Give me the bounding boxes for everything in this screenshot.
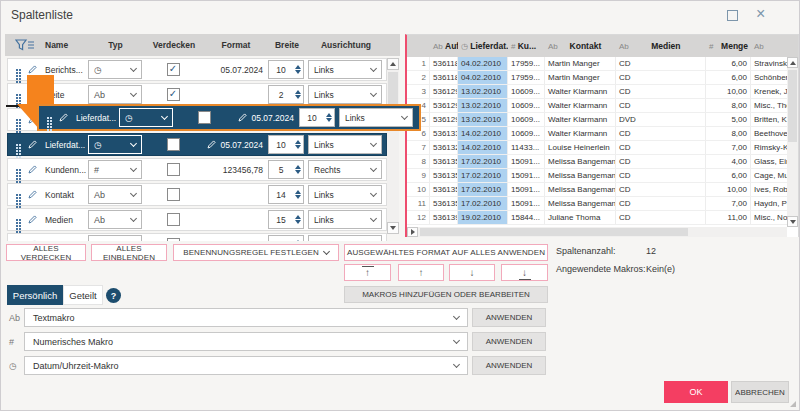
breite-spinner[interactable]: 10 <box>268 135 304 154</box>
resize-grip[interactable] <box>790 401 796 407</box>
ok-button[interactable]: OK <box>664 381 728 403</box>
column-row-partial[interactable] <box>7 233 387 241</box>
header-menge[interactable]: #Menge <box>706 35 751 57</box>
header-auftrag[interactable]: Ab Auf... <box>430 35 458 57</box>
preview-data-row[interactable]: 6 536133 14.02.2010 10609... Walter Klar… <box>407 127 798 141</box>
maximize-icon[interactable] <box>727 10 738 21</box>
tab-geteilt[interactable]: Geteilt <box>63 285 103 305</box>
drag-handle-icon[interactable] <box>16 219 18 221</box>
header-ausrichtung[interactable]: Ausrichtung <box>307 40 385 50</box>
scroll-up-icon[interactable] <box>387 58 399 70</box>
spin-down-icon[interactable] <box>295 170 301 177</box>
drag-handle-icon[interactable] <box>16 69 18 71</box>
drag-handle-icon[interactable] <box>47 117 49 119</box>
edit-name-icon[interactable] <box>27 164 38 175</box>
ausrichtung-dropdown[interactable] <box>308 235 382 241</box>
scrollbar-thumb[interactable] <box>788 70 797 142</box>
scroll-right-icon[interactable] <box>407 227 418 237</box>
left-table-scrollbar[interactable] <box>387 58 399 234</box>
preview-data-row[interactable]: 12 536139 19.02.2010 15844... Juliane Th… <box>407 211 798 225</box>
scroll-down-icon[interactable] <box>387 222 399 234</box>
abbrechen-button[interactable]: ABBRECHEN <box>731 381 789 403</box>
scrollbar-thumb[interactable] <box>420 228 688 236</box>
tab-persoenlich[interactable]: Persönlich <box>7 285 63 305</box>
spin-down-icon[interactable] <box>295 70 301 77</box>
anwenden-text-button[interactable]: ANWENDEN <box>472 308 546 327</box>
spin-down-icon[interactable] <box>295 95 301 102</box>
spin-up-icon[interactable] <box>295 87 301 94</box>
header-extra[interactable]: Ab <box>751 35 788 57</box>
type-dropdown[interactable]: Ab <box>88 185 142 204</box>
verdecken-checkbox[interactable] <box>167 88 180 101</box>
drag-handle-icon[interactable] <box>16 194 18 196</box>
header-verdecken[interactable]: Verdecken <box>143 40 205 50</box>
ausrichtung-dropdown[interactable]: Links <box>308 85 382 104</box>
header-lieferdatum[interactable]: ◷ Lieferdat... <box>458 35 508 57</box>
edit-format-icon[interactable] <box>206 139 217 150</box>
spin-up-icon[interactable] <box>295 162 301 169</box>
column-row[interactable]: Berichts... ◷ 05.07.2024 10 Links <box>7 58 387 81</box>
benennungsregel-button[interactable]: BENENNUNGSREGEL FESTLEGEN <box>173 244 339 261</box>
spin-up-icon[interactable] <box>295 187 301 194</box>
type-dropdown[interactable]: # <box>88 160 142 179</box>
datum-uhrzeit-makro-dropdown[interactable]: Datum/Uhrzeit-Makro <box>24 356 468 375</box>
ausrichtung-dropdown[interactable]: Links <box>308 185 382 204</box>
move-to-bottom-button[interactable]: ↓ <box>501 264 548 281</box>
edit-name-icon[interactable] <box>27 239 38 241</box>
header-typ[interactable]: Typ <box>88 40 143 50</box>
breite-spinner[interactable]: 2 <box>268 85 304 104</box>
breite-spinner[interactable]: 10 <box>268 60 304 79</box>
type-dropdown[interactable]: Ab <box>88 210 142 229</box>
type-dropdown[interactable]: ◷ <box>88 60 142 79</box>
preview-data-row[interactable]: 11 536135 17.02.2010 15091... Melissa Ba… <box>407 197 798 211</box>
preview-data-row[interactable]: 3 536129 13.02.2010 10609... Walter Klar… <box>407 85 798 99</box>
edit-name-icon[interactable] <box>27 189 38 200</box>
breite-spinner[interactable]: 5 <box>268 160 304 179</box>
move-down-button[interactable]: ↓ <box>449 264 495 281</box>
ausrichtung-dropdown[interactable]: Links <box>308 60 382 79</box>
filter-columns-icon[interactable] <box>5 39 45 51</box>
verdecken-checkbox[interactable] <box>167 138 180 151</box>
verdecken-checkbox[interactable] <box>167 63 180 76</box>
spin-up-icon[interactable] <box>295 137 301 144</box>
verdecken-checkbox[interactable] <box>167 163 180 176</box>
help-icon[interactable]: ? <box>106 288 121 303</box>
header-format[interactable]: Format <box>205 40 267 50</box>
preview-data-row[interactable]: 1 536118 04.02.2010 17959... Martin Mang… <box>407 57 798 71</box>
move-to-top-button[interactable]: ↑ <box>344 264 391 281</box>
move-up-button[interactable]: ↑ <box>398 264 444 281</box>
column-row[interactable]: Seite Ab 2 Links <box>7 83 387 106</box>
preview-data-row[interactable]: 4 536129 13.02.2010 10609... Walter Klar… <box>407 99 798 113</box>
preview-data-row[interactable]: 8 536135 17.02.2010 15091... Melissa Ban… <box>407 155 798 169</box>
preview-data-row[interactable]: 7 536132 14.02.2010 11433... Louise Hein… <box>407 141 798 155</box>
edit-name-icon[interactable] <box>27 139 38 150</box>
verdecken-checkbox[interactable] <box>167 213 180 226</box>
ausrichtung-dropdown[interactable]: Rechts <box>308 160 382 179</box>
format-auf-alles-anwenden-button[interactable]: AUSGEWÄHLTES FORMAT AUF ALLES ANWENDEN <box>344 244 548 261</box>
edit-name-icon[interactable] <box>27 214 38 225</box>
format-value[interactable]: 05.07.2024 <box>204 139 266 150</box>
textmakro-dropdown[interactable]: Textmakro <box>24 308 468 327</box>
preview-vertical-scrollbar[interactable] <box>787 57 798 227</box>
ausrichtung-dropdown[interactable]: Links <box>308 210 382 229</box>
close-icon[interactable]: × <box>756 3 765 25</box>
drag-handle-icon[interactable] <box>16 94 18 96</box>
preview-data-row[interactable]: 5 536129 13.02.2010 10609... Walter Klar… <box>407 113 798 127</box>
header-breite[interactable]: Breite <box>267 40 307 50</box>
scroll-up-icon[interactable] <box>787 57 798 68</box>
ausrichtung-dropdown[interactable]: Links <box>308 135 382 154</box>
column-row[interactable]: Kundenn... # 123456,78 5 Rechts <box>7 158 387 181</box>
alles-verdecken-button[interactable]: ALLES VERDECKEN <box>6 244 86 261</box>
spin-up-icon[interactable] <box>295 212 301 219</box>
column-row[interactable]: Medien Ab 15 Links <box>7 208 387 231</box>
preview-data-row[interactable]: 2 536118 04.02.2010 17959... Martin Mang… <box>407 71 798 85</box>
header-medien[interactable]: AbMedien <box>616 35 706 57</box>
type-dropdown[interactable] <box>88 235 142 241</box>
spin-down-icon[interactable] <box>295 195 301 202</box>
drag-handle-icon[interactable] <box>16 169 18 171</box>
type-dropdown[interactable]: Ab <box>88 85 142 104</box>
column-row[interactable]: Kontakt Ab 14 Links <box>7 183 387 206</box>
preview-horizontal-scrollbar[interactable] <box>407 227 787 237</box>
type-dropdown[interactable]: ◷ <box>88 135 142 154</box>
edit-name-icon[interactable] <box>27 64 38 75</box>
